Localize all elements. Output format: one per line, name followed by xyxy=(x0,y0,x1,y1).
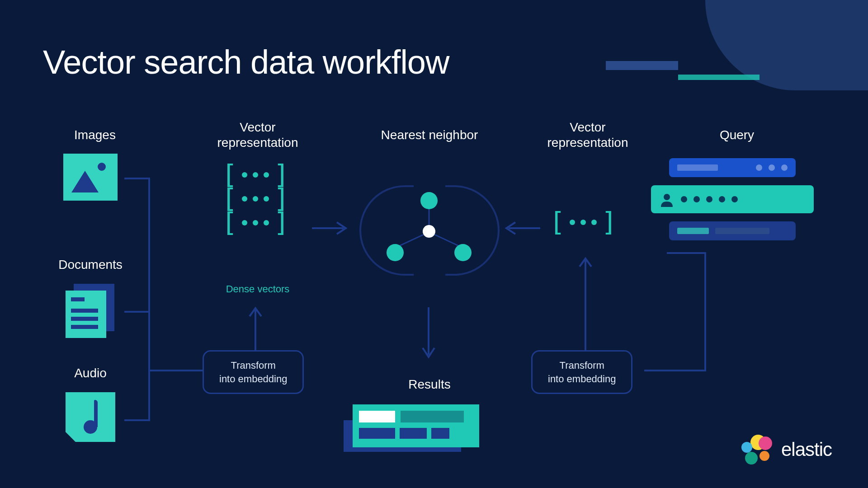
query-vector-icon: [] xyxy=(549,215,617,239)
label-vector-representation-left: Vector representation xyxy=(190,120,326,150)
page-title: Vector search data workflow xyxy=(43,43,449,81)
label-audio: Audio xyxy=(54,366,127,380)
document-icon xyxy=(66,284,114,338)
label-vector-representation-right: Vector representation xyxy=(520,120,656,150)
corner-accent-bar xyxy=(606,61,678,70)
label-results: Results xyxy=(371,377,488,392)
elastic-logo: elastic xyxy=(741,434,832,465)
svg-point-0 xyxy=(664,194,670,200)
transform-embedding-box-left: Transform into embedding xyxy=(203,350,304,394)
elastic-logo-icon xyxy=(741,434,772,465)
dense-vector-icon: [] [] [] xyxy=(222,167,289,239)
label-images: Images xyxy=(54,128,136,142)
nearest-neighbor-icon xyxy=(348,176,511,294)
image-icon xyxy=(63,154,118,201)
label-nearest-neighbor: Nearest neighbor xyxy=(344,128,515,142)
music-note-icon xyxy=(77,400,104,436)
results-cards-icon xyxy=(353,404,479,447)
label-dense-vectors: Dense vectors xyxy=(194,283,321,295)
elastic-logo-text: elastic xyxy=(781,439,832,460)
label-documents: Documents xyxy=(45,258,136,272)
corner-accent-bar xyxy=(678,75,760,80)
query-cards-icon xyxy=(669,158,814,249)
label-query: Query xyxy=(678,128,796,142)
transform-embedding-box-right: Transform into embedding xyxy=(531,350,632,394)
